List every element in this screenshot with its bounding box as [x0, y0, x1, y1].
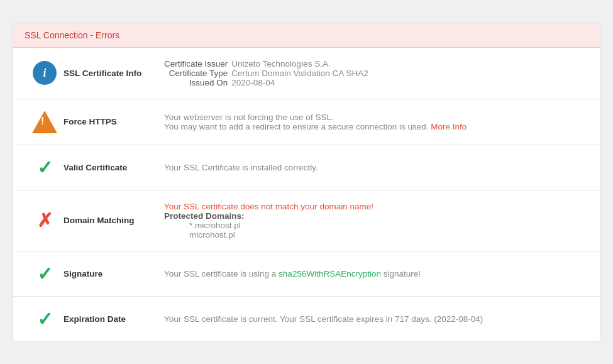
- icon-cell-check-valid: ✓: [26, 157, 64, 179]
- label-signature: Signature: [64, 269, 164, 279]
- label-force-https: Force HTTPS: [64, 117, 164, 126]
- content-expiration-date: Your SSL certificate is current. Your SS…: [164, 314, 587, 324]
- label-expiration-date: Expiration Date: [64, 314, 164, 324]
- row-domain-matching: ✗ Domain Matching Your SSL certificate d…: [13, 190, 600, 251]
- card-body: i SSL Certificate Info Certificate Issue…: [13, 48, 600, 341]
- signature-text-before: Your SSL certificate is using a: [164, 269, 279, 279]
- label-domain-matching: Domain Matching: [64, 216, 164, 225]
- content-force-https: Your webserver is not forcing the use of…: [164, 113, 587, 131]
- domain-error-text: Your SSL certificate does not match your…: [164, 202, 587, 211]
- expiration-text: Your SSL certificate is current. Your SS…: [164, 314, 483, 324]
- content-domain-matching: Your SSL certificate does not match your…: [164, 202, 587, 240]
- cert-issued-value: 2020-08-04: [231, 78, 368, 87]
- force-https-line2: You may want to add a redirect to ensure…: [164, 122, 587, 131]
- signature-text-highlight: sha256WithRSAEncryption: [279, 269, 381, 279]
- check-icon-exp: ✓: [37, 308, 53, 330]
- row-valid-cert: ✓ Valid Certificate Your SSL Certificate…: [13, 145, 600, 190]
- icon-cell-x: ✗: [26, 209, 64, 231]
- row-expiration-date: ✓ Expiration Date Your SSL certificate i…: [13, 297, 600, 341]
- icon-cell-warning: [26, 111, 64, 133]
- row-signature: ✓ Signature Your SSL certificate is usin…: [13, 251, 600, 297]
- check-icon-sig: ✓: [37, 263, 53, 285]
- valid-cert-text: Your SSL Certificate is installed correc…: [164, 163, 318, 172]
- x-icon: ✗: [37, 209, 53, 231]
- icon-cell-check-sig: ✓: [26, 263, 64, 285]
- warning-icon: [32, 111, 57, 133]
- info-icon: i: [33, 61, 57, 85]
- domain-item-2: microhost.pl: [189, 230, 587, 240]
- domain-list: *.microhost.pl microhost.pl: [164, 221, 587, 240]
- ssl-card: SSL Connection - Errors i SSL Certificat…: [13, 23, 600, 342]
- cert-type-label: Certificate Type: [164, 69, 231, 78]
- domain-item-1: *.microhost.pl: [189, 221, 587, 230]
- icon-cell-info: i: [26, 61, 64, 85]
- icon-cell-check-exp: ✓: [26, 308, 64, 330]
- more-info-link[interactable]: More Info: [431, 122, 467, 131]
- label-ssl-cert: SSL Certificate Info: [64, 69, 164, 78]
- row-ssl-cert-info: i SSL Certificate Info Certificate Issue…: [13, 48, 600, 99]
- cert-issuer-row: Certificate Issuer Unizeto Technologies …: [164, 59, 368, 69]
- cert-type-value: Certum Domain Validation CA SHA2: [231, 69, 368, 78]
- cert-issuer-value: Unizeto Technologies S.A.: [231, 59, 368, 69]
- check-icon-valid: ✓: [37, 157, 53, 179]
- force-https-line2-before: You may want to add a redirect to ensure…: [164, 122, 429, 131]
- card-header-title: SSL Connection - Errors: [25, 30, 119, 40]
- force-https-line1: Your webserver is not forcing the use of…: [164, 113, 587, 122]
- cert-type-row: Certificate Type Certum Domain Validatio…: [164, 69, 368, 78]
- label-valid-cert: Valid Certificate: [64, 163, 164, 172]
- cert-issuer-label: Certificate Issuer: [164, 59, 231, 69]
- cert-issued-row: Issued On 2020-08-04: [164, 78, 368, 87]
- row-force-https: Force HTTPS Your webserver is not forcin…: [13, 99, 600, 145]
- content-signature: Your SSL certificate is using a sha256Wi…: [164, 269, 587, 279]
- signature-text-after: signature!: [381, 269, 421, 279]
- cert-issued-label: Issued On: [164, 78, 231, 87]
- content-ssl-cert: Certificate Issuer Unizeto Technologies …: [164, 59, 587, 87]
- protected-domains-label: Protected Domains:: [164, 211, 587, 221]
- card-header: SSL Connection - Errors: [13, 23, 600, 48]
- content-valid-cert: Your SSL Certificate is installed correc…: [164, 163, 587, 172]
- cert-info-table: Certificate Issuer Unizeto Technologies …: [164, 59, 368, 87]
